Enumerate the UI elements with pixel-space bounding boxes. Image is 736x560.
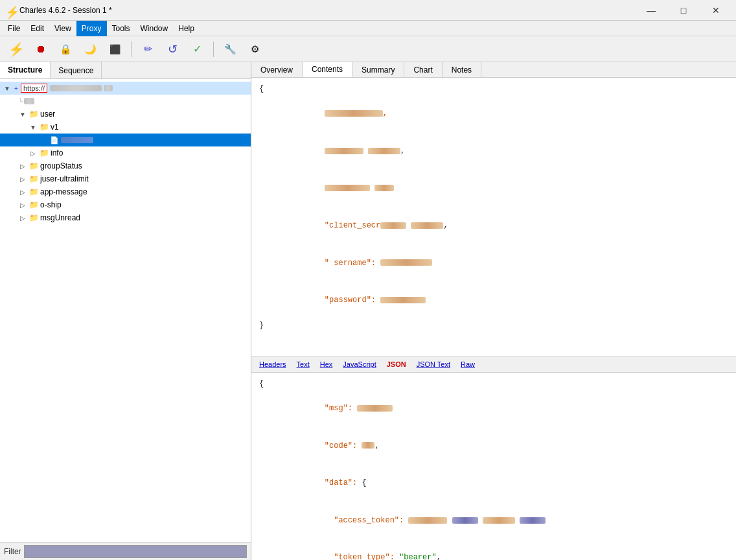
pen-button[interactable]: ✏	[137, 39, 159, 60]
tree-item-v1[interactable]: ▼ 📁 v1	[0, 121, 251, 134]
file-label-blurred	[61, 137, 93, 143]
json-line-password: "password":	[259, 282, 728, 320]
title-bar: ⚡ Charles 4.6.2 - Session 1 * — □ ✕	[0, 0, 736, 21]
toolbar: ⚡ ⏺ 🔒 🌙 ⬛ ✏ ↺ ✓ 🔧 ⚙	[0, 36, 736, 62]
subtab-hex-top[interactable]: Hex	[315, 359, 338, 369]
tab-contents[interactable]: Contents	[303, 62, 352, 77]
tree-item-info[interactable]: ▷ 📁 info	[0, 146, 251, 159]
left-tabs: Structure Sequence	[0, 62, 251, 79]
v1-label: v1	[51, 122, 59, 132]
info-folder-icon: 📁	[39, 148, 49, 158]
tab-structure[interactable]: Structure	[0, 62, 51, 78]
minimize-button[interactable]: —	[636, 0, 666, 21]
json-line-access-token: "access_token":	[259, 502, 728, 540]
tree-item-juser-ultralimit[interactable]: ▷ 📁 juser-ultralimit	[0, 172, 251, 185]
tab-chart[interactable]: Chart	[404, 62, 442, 77]
refresh-button[interactable]: ↺	[161, 39, 183, 60]
tab-overview[interactable]: Overview	[251, 62, 303, 77]
json-line-1: ,	[259, 95, 728, 133]
oship-label: o-ship	[40, 200, 62, 209]
tree-item-msgunread[interactable]: ▷ 📁 msgUnread	[0, 211, 251, 224]
tree-item-app-message[interactable]: ▷ 📁 app-message	[0, 185, 251, 198]
subtab-headers-top[interactable]: Headers	[254, 359, 292, 369]
tree-item-file[interactable]: 📄	[0, 134, 251, 146]
tree-item-groupstatus[interactable]: ▷ 📁 groupStatus	[0, 159, 251, 172]
wrench-button[interactable]: 🔧	[219, 39, 241, 60]
top-pane: { , , "client_secr ,	[251, 78, 736, 373]
file-expand-icon	[39, 137, 48, 144]
juser-label: juser-ultralimit	[40, 174, 89, 183]
menu-tools[interactable]: Tools	[107, 21, 135, 36]
toolbar-separator-1	[131, 41, 132, 57]
subtab-json-top[interactable]: JSON	[382, 359, 411, 369]
menu-view[interactable]: View	[49, 21, 76, 36]
tree-item-user[interactable]: ▼ 📁 user	[0, 108, 251, 121]
content-area: { , , "client_secr ,	[251, 78, 736, 560]
json-line-3	[259, 170, 728, 207]
check-button[interactable]: ✓	[186, 39, 208, 60]
filter-bar: Filter	[0, 542, 251, 560]
menu-bar: File Edit View Proxy Tools Window Help	[0, 21, 736, 36]
groupstatus-expand-icon: ▷	[18, 163, 27, 170]
root-expand-icon: ▼	[3, 85, 12, 92]
right-panel: Overview Contents Summary Chart Notes { …	[251, 62, 736, 560]
subtab-raw-top[interactable]: Raw	[455, 359, 480, 369]
root-url-extra	[104, 85, 113, 91]
left-panel: Structure Sequence ▼ + https:// └	[0, 62, 251, 560]
juser-expand-icon: ▷	[18, 176, 27, 183]
filter-input[interactable]	[24, 545, 247, 558]
lightning-button[interactable]: ⚡	[5, 39, 27, 60]
maximize-button[interactable]: □	[669, 0, 698, 21]
menu-help[interactable]: Help	[173, 21, 200, 36]
subtab-jsontext-top[interactable]: JSON Text	[411, 359, 455, 369]
appmsg-label: app-message	[40, 187, 87, 196]
stop-button[interactable]: ⬛	[104, 39, 126, 60]
tree-container: ▼ + https:// └ ▼ 📁 user ▼	[0, 79, 251, 542]
moon-button[interactable]: 🌙	[79, 39, 101, 60]
right-tabs: Overview Contents Summary Chart Notes	[251, 62, 736, 78]
tab-notes[interactable]: Notes	[443, 62, 481, 77]
main-container: Structure Sequence ▼ + https:// └	[0, 62, 736, 560]
oship-folder-icon: 📁	[29, 200, 39, 210]
json-line-data-open: "data": {	[259, 465, 728, 502]
msgunread-label: msgUnread	[40, 213, 80, 222]
user-expand-icon: ▼	[18, 111, 27, 118]
json-line-2: ,	[259, 133, 728, 170]
msgunread-expand-icon: ▷	[18, 215, 27, 222]
file-icon: 📄	[49, 135, 60, 145]
menu-proxy[interactable]: Proxy	[76, 21, 107, 36]
root-add-icon: +	[12, 85, 21, 92]
v1-folder-icon: 📁	[39, 122, 49, 132]
json-brace-close-top: }	[259, 320, 728, 332]
bottom-pane: { "msg": "code": , "data": { "access_tok…	[251, 373, 736, 560]
menu-file[interactable]: File	[3, 21, 25, 36]
filter-label: Filter	[4, 547, 21, 556]
json-line-code: "code": ,	[259, 427, 728, 465]
subtab-text-top[interactable]: Text	[292, 359, 315, 369]
tab-summary[interactable]: Summary	[352, 62, 404, 77]
juser-folder-icon: 📁	[29, 174, 39, 184]
v1-expand-icon: ▼	[29, 124, 38, 131]
info-label: info	[51, 148, 63, 158]
app-icon: ⚡	[5, 5, 16, 16]
user-label: user	[40, 110, 55, 119]
tree-item-o-ship[interactable]: ▷ 📁 o-ship	[0, 198, 251, 211]
record-button[interactable]: ⏺	[30, 39, 52, 60]
toolbar-separator-2	[213, 41, 214, 57]
gear-button[interactable]: ⚙	[244, 39, 266, 60]
tab-sequence[interactable]: Sequence	[51, 62, 102, 78]
tree-indent-line: └	[0, 95, 251, 108]
close-button[interactable]: ✕	[701, 0, 731, 21]
subtab-javascript-top[interactable]: JavaScript	[338, 359, 381, 369]
lock-button[interactable]: 🔒	[54, 39, 76, 60]
oship-expand-icon: ▷	[18, 202, 27, 209]
tree-root[interactable]: ▼ + https://	[0, 82, 251, 95]
groupstatus-folder-icon: 📁	[29, 161, 39, 171]
menu-window[interactable]: Window	[135, 21, 174, 36]
top-sub-tabs: Headers Text Hex JavaScript JSON JSON Te…	[251, 356, 736, 372]
json-line-client-secret: "client_secr ,	[259, 207, 728, 245]
root-url-blurred	[50, 85, 102, 91]
user-folder-icon: 📁	[29, 109, 39, 119]
menu-edit[interactable]: Edit	[25, 21, 49, 36]
json-line-username: " sername":	[259, 244, 728, 282]
